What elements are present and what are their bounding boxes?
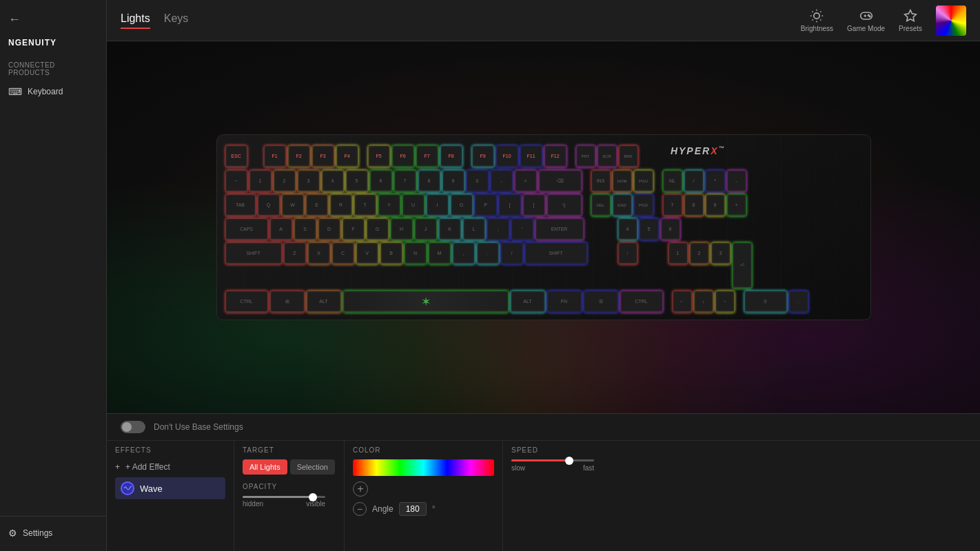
opacity-slider-track[interactable]	[243, 496, 325, 498]
key-k[interactable]: K	[439, 218, 461, 240]
key-num8[interactable]: 8	[684, 194, 704, 216]
opacity-thumb[interactable]	[309, 493, 317, 501]
base-settings-toggle[interactable]	[121, 421, 145, 433]
key-h[interactable]: H	[391, 218, 413, 240]
key-f11[interactable]: F11	[520, 145, 542, 167]
key-e[interactable]: E	[306, 194, 328, 216]
key-p[interactable]: P	[475, 194, 497, 216]
key-bracket-r[interactable]: ]	[523, 194, 545, 216]
key-numlock[interactable]: NL	[663, 170, 682, 192]
key-f12[interactable]: F12	[544, 145, 566, 167]
key-f7[interactable]: F7	[416, 145, 438, 167]
key-num2[interactable]: 2	[690, 242, 709, 264]
key-w[interactable]: W	[282, 194, 304, 216]
key-backslash[interactable]: \|	[547, 194, 582, 216]
key-l[interactable]: L	[463, 218, 485, 240]
key-num-slash[interactable]: /	[684, 170, 704, 192]
key-f4[interactable]: F4	[336, 145, 358, 167]
key-equals[interactable]: =	[515, 170, 537, 192]
key-d[interactable]: D	[318, 218, 340, 240]
key-6[interactable]: 6	[370, 170, 392, 192]
key-esc[interactable]: ESC	[225, 145, 247, 167]
key-f1[interactable]: F1	[264, 145, 286, 167]
key-8[interactable]: 8	[418, 170, 440, 192]
sidebar-item-settings[interactable]: ⚙ Settings	[0, 522, 106, 544]
key-f[interactable]: F	[343, 218, 365, 240]
key-arrow-up[interactable]: ↑	[618, 242, 637, 264]
key-semicolon[interactable]: ;	[487, 218, 509, 240]
key-5[interactable]: 5	[346, 170, 368, 192]
key-slash[interactable]: /	[501, 242, 523, 264]
key-t[interactable]: T	[354, 194, 376, 216]
key-s[interactable]: S	[294, 218, 316, 240]
key-n[interactable]: N	[405, 242, 427, 264]
key-num-dot[interactable]: .	[789, 291, 808, 313]
key-backspace[interactable]: ⌫	[539, 170, 582, 192]
key-win[interactable]: ⊞	[270, 291, 305, 313]
key-del[interactable]: DEL	[591, 194, 611, 216]
key-tilde[interactable]: ~	[225, 170, 247, 192]
key-u[interactable]: U	[402, 194, 425, 216]
key-fn[interactable]: FN	[547, 291, 582, 313]
key-f10[interactable]: F10	[496, 145, 518, 167]
key-4[interactable]: 4	[322, 170, 344, 192]
key-g[interactable]: G	[367, 218, 389, 240]
key-o[interactable]: O	[451, 194, 473, 216]
speed-track[interactable]	[511, 459, 594, 461]
key-9[interactable]: 9	[442, 170, 465, 192]
key-a[interactable]: A	[270, 218, 292, 240]
key-y[interactable]: Y	[378, 194, 400, 216]
angle-decrease-button[interactable]: −	[353, 502, 367, 516]
key-scrlk[interactable]: SCR	[598, 145, 617, 167]
key-f5[interactable]: F5	[368, 145, 390, 167]
speed-thumb[interactable]	[565, 457, 573, 465]
key-space[interactable]: ✶	[343, 291, 509, 313]
key-period[interactable]: .	[477, 242, 499, 264]
key-ctrl-l[interactable]: CTRL	[225, 291, 268, 313]
target-all-lights[interactable]: All Lights	[243, 459, 287, 475]
preset-thumbnail[interactable]	[936, 6, 966, 36]
key-v[interactable]: V	[356, 242, 378, 264]
key-z[interactable]: Z	[284, 242, 306, 264]
key-arrow-right[interactable]: →	[715, 291, 735, 313]
key-num-enter[interactable]: ⏎	[733, 242, 752, 289]
effect-wave[interactable]: Wave	[115, 477, 225, 499]
key-arrow-left[interactable]: ←	[673, 291, 692, 313]
key-tab[interactable]: TAB	[225, 194, 256, 216]
key-shift-l[interactable]: SHIFT	[225, 242, 282, 264]
brightness-action[interactable]: Brightness	[801, 9, 833, 32]
key-end[interactable]: END	[613, 194, 632, 216]
key-shift-r[interactable]: SHIFT	[525, 242, 587, 264]
key-prtsc[interactable]: PRT	[576, 145, 595, 167]
key-ins[interactable]: INS	[591, 170, 611, 192]
key-quote[interactable]: '	[511, 218, 533, 240]
key-num1[interactable]: 1	[668, 242, 688, 264]
game-mode-action[interactable]: Game Mode	[847, 9, 885, 32]
key-c[interactable]: C	[332, 242, 354, 264]
key-f9[interactable]: F9	[472, 145, 494, 167]
back-button[interactable]: ←	[0, 7, 106, 32]
key-comma[interactable]: ,	[453, 242, 475, 264]
key-1[interactable]: 1	[249, 170, 272, 192]
key-f6[interactable]: F6	[392, 145, 414, 167]
key-2[interactable]: 2	[274, 170, 296, 192]
tab-lights[interactable]: Lights	[121, 12, 150, 29]
add-effect-button[interactable]: + + Add Effect	[115, 459, 225, 475]
tab-keys[interactable]: Keys	[164, 12, 189, 29]
target-selection[interactable]: Selection	[290, 459, 335, 475]
key-enter[interactable]: ENTER	[535, 218, 584, 240]
key-num-minus[interactable]: -	[727, 170, 746, 192]
key-3[interactable]: 3	[298, 170, 320, 192]
key-bracket-l[interactable]: [	[499, 194, 521, 216]
key-num9[interactable]: 9	[706, 194, 725, 216]
key-alt-r[interactable]: ALT	[511, 291, 545, 313]
key-minus[interactable]: -	[491, 170, 513, 192]
key-q[interactable]: Q	[258, 194, 280, 216]
key-f2[interactable]: F2	[288, 145, 310, 167]
sidebar-item-keyboard[interactable]: ⌨ Keyboard	[0, 81, 106, 103]
key-num3[interactable]: 3	[711, 242, 731, 264]
presets-action[interactable]: Presets	[899, 9, 922, 32]
key-pgdn[interactable]: PGD	[634, 194, 653, 216]
key-x[interactable]: X	[308, 242, 330, 264]
color-add-button[interactable]: +	[353, 481, 368, 497]
